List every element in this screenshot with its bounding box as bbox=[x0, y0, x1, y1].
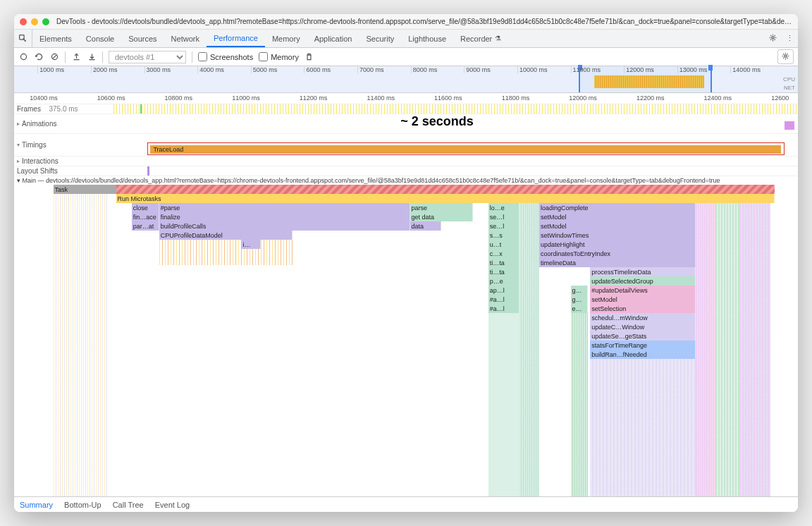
tab-security[interactable]: Security bbox=[359, 30, 401, 47]
memory-checkbox[interactable]: Memory bbox=[259, 52, 299, 61]
flame-span[interactable]: p…e bbox=[488, 276, 519, 286]
flame-span[interactable]: se…l bbox=[488, 221, 519, 231]
flame-span[interactable]: statsForTimeRange bbox=[590, 341, 696, 350]
flame-span[interactable]: #updateDetailViews bbox=[590, 286, 696, 295]
flame-span[interactable]: c…x bbox=[488, 249, 519, 258]
ruler-tick: 12200 ms bbox=[636, 94, 665, 102]
flame-span[interactable]: u…t bbox=[488, 240, 519, 249]
flame-span[interactable]: setWindowTimes bbox=[539, 231, 696, 240]
flame-span[interactable]: close bbox=[132, 203, 159, 212]
overview-tick: 4000 ms bbox=[197, 66, 224, 73]
settings-icon[interactable] bbox=[764, 33, 781, 44]
flame-span[interactable]: #parse bbox=[159, 203, 410, 212]
close-window-icon[interactable] bbox=[20, 18, 27, 25]
load-profile-icon[interactable] bbox=[71, 52, 81, 62]
reload-icon[interactable] bbox=[34, 52, 44, 62]
interactions-track[interactable]: Interactions bbox=[14, 157, 798, 166]
inspect-element-icon[interactable] bbox=[14, 30, 32, 47]
flame-span[interactable]: lo…e bbox=[488, 203, 519, 212]
flame-span[interactable]: loadingComplete bbox=[539, 203, 696, 212]
annotation-label: ~ 2 seconds bbox=[400, 114, 474, 129]
ruler-tick: 11200 ms bbox=[300, 94, 328, 102]
flame-span[interactable]: timelineData bbox=[539, 258, 696, 267]
panel-tabs: ElementsConsoleSourcesNetworkPerformance… bbox=[14, 30, 798, 48]
tab-sources[interactable]: Sources bbox=[121, 30, 164, 47]
frames-track[interactable]: Frames 375.0 ms bbox=[14, 104, 798, 114]
overview-tick: 12000 ms bbox=[624, 66, 654, 73]
flame-span[interactable]: ti…ta bbox=[488, 258, 519, 267]
tab-elements[interactable]: Elements bbox=[32, 30, 79, 47]
flame-span[interactable]: updateSelectedGroup bbox=[590, 276, 696, 286]
flame-span[interactable]: ti…ta bbox=[488, 267, 519, 276]
flame-span[interactable]: fin…ace bbox=[132, 212, 159, 221]
flame-span[interactable]: setModel bbox=[539, 212, 696, 221]
device-select[interactable]: devtools #1 bbox=[109, 51, 186, 63]
clear-icon[interactable] bbox=[49, 52, 59, 62]
overview-tick: 13000 ms bbox=[677, 66, 708, 73]
record-icon[interactable] bbox=[18, 52, 28, 62]
timings-track[interactable]: Timings TraceLoad bbox=[14, 134, 798, 157]
flame-span[interactable]: s…s bbox=[488, 231, 519, 240]
flame-span[interactable]: setModel bbox=[539, 221, 696, 231]
flame-span[interactable]: #a…l bbox=[488, 295, 519, 304]
tab-recorder[interactable]: Recorder bbox=[453, 30, 508, 47]
flame-span[interactable]: finalize bbox=[159, 212, 410, 221]
flame-span[interactable]: se…l bbox=[488, 212, 519, 221]
tab-application[interactable]: Application bbox=[307, 30, 359, 47]
save-profile-icon[interactable] bbox=[87, 52, 97, 62]
flame-span[interactable]: e… bbox=[571, 304, 588, 313]
flame-chart[interactable]: Task Run Microtasks closefin…acepar…at#p… bbox=[14, 185, 798, 496]
flame-span[interactable]: ap…l bbox=[488, 286, 519, 295]
flame-span[interactable]: i… bbox=[241, 240, 261, 249]
overview-tick: 6000 ms bbox=[304, 66, 331, 73]
flame-span[interactable]: setModel bbox=[590, 295, 696, 304]
window-title: DevTools - devtools://devtools/bundled/d… bbox=[56, 18, 792, 25]
details-tab-event-log[interactable]: Event Log bbox=[155, 501, 190, 509]
zoom-window-icon[interactable] bbox=[42, 18, 49, 25]
ruler-tick: 11400 ms bbox=[367, 94, 395, 102]
timeline-ruler: 10400 ms10600 ms10800 ms11000 ms11200 ms… bbox=[14, 93, 798, 104]
flame-span[interactable]: g… bbox=[571, 286, 588, 295]
flame-span[interactable]: schedul…mWindow bbox=[590, 313, 696, 322]
traceload-span[interactable]: TraceLoad bbox=[150, 145, 780, 154]
details-tab-bottom-up[interactable]: Bottom-Up bbox=[64, 501, 102, 509]
flame-span[interactable]: get data bbox=[410, 212, 473, 221]
flame-span[interactable]: coordinatesToEntryIndex bbox=[539, 249, 696, 258]
flame-span[interactable]: data bbox=[410, 221, 441, 231]
garbage-collect-icon[interactable] bbox=[304, 52, 314, 62]
tab-memory[interactable]: Memory bbox=[265, 30, 307, 47]
flame-span[interactable]: updateSe…geStats bbox=[590, 331, 696, 341]
main-thread-label[interactable]: ▾ Main — devtools://devtools/bundled/dev… bbox=[14, 176, 798, 185]
flame-span[interactable]: parse bbox=[410, 203, 473, 212]
capture-settings-icon[interactable] bbox=[777, 49, 794, 64]
kebab-menu-icon[interactable]: ⋮ bbox=[781, 34, 798, 43]
tab-lighthouse[interactable]: Lighthouse bbox=[401, 30, 453, 47]
flame-span[interactable]: setSelection bbox=[590, 304, 696, 313]
flame-span[interactable]: updateHighlight bbox=[539, 240, 696, 249]
flame-microtasks[interactable]: Run Microtasks bbox=[116, 194, 775, 203]
flame-span[interactable]: #a…l bbox=[488, 304, 519, 313]
ruler-tick: 12000 ms bbox=[569, 94, 597, 102]
timeline-overview[interactable]: CPU NET 1000 ms2000 ms3000 ms4000 ms5000… bbox=[14, 66, 798, 93]
flame-span[interactable]: processTimelineData bbox=[590, 267, 696, 276]
screenshots-checkbox[interactable]: Screenshots bbox=[198, 52, 253, 61]
flame-span[interactable]: buildProfileCalls bbox=[159, 221, 410, 231]
flame-span[interactable]: buildRan…fNeeded bbox=[590, 350, 696, 359]
flame-span[interactable]: g… bbox=[571, 295, 588, 304]
tab-performance[interactable]: Performance bbox=[207, 30, 265, 47]
tab-network[interactable]: Network bbox=[164, 30, 207, 47]
overview-tick: 5000 ms bbox=[251, 66, 278, 73]
perf-toolbar: devtools #1 Screenshots Memory bbox=[14, 48, 798, 66]
flame-span[interactable]: updateC…Window bbox=[590, 322, 696, 331]
minimize-window-icon[interactable] bbox=[31, 18, 38, 25]
details-tab-call-tree[interactable]: Call Tree bbox=[113, 501, 144, 509]
flame-span[interactable]: CPUProfileDataModel bbox=[159, 231, 293, 240]
animations-track[interactable]: Animations ~ 2 seconds bbox=[14, 114, 798, 134]
tab-console[interactable]: Console bbox=[79, 30, 121, 47]
flame-span[interactable]: par…at bbox=[132, 221, 159, 231]
tracks-area: Frames 375.0 ms Animations ~ 2 seconds T… bbox=[14, 104, 798, 496]
overview-tick: 11000 ms bbox=[571, 66, 601, 73]
layout-shifts-track[interactable]: Layout Shifts bbox=[14, 166, 798, 176]
window-controls bbox=[20, 18, 49, 25]
details-tab-summary[interactable]: Summary bbox=[20, 501, 53, 509]
